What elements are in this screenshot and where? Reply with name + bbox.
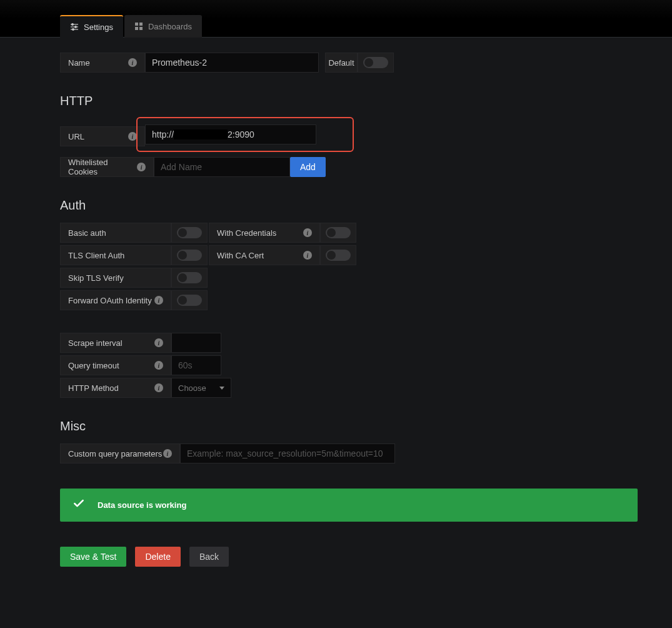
scrape-input-wrap — [171, 333, 221, 353]
info-icon[interactable]: i — [154, 361, 163, 370]
svg-point-3 — [72, 24, 74, 26]
query-timeout-label: Query timeout i — [60, 355, 171, 375]
basic-auth-row: Basic auth With Credentials i — [60, 223, 672, 243]
with-credentials-text: With Credentials — [217, 228, 276, 238]
custom-params-label: Custom query parameters i — [60, 443, 180, 463]
basic-auth-toggle-wrap — [171, 223, 208, 243]
info-icon[interactable]: i — [128, 58, 137, 67]
alert-message: Data source is working — [98, 500, 186, 510]
tls-client-toggle[interactable] — [177, 250, 202, 261]
skip-tls-label: Skip TLS Verify — [60, 268, 171, 288]
url-redacted — [174, 129, 228, 139]
forward-oauth-toggle[interactable] — [177, 295, 202, 306]
forward-oauth-label: Forward OAuth Identity i — [60, 290, 171, 310]
back-button[interactable]: Back — [189, 547, 229, 567]
svg-rect-8 — [135, 27, 138, 30]
tls-client-toggle-wrap — [171, 245, 208, 265]
http-method-text: HTTP Method — [68, 383, 119, 393]
info-icon[interactable]: i — [154, 296, 163, 305]
info-icon[interactable]: i — [154, 383, 163, 392]
info-icon[interactable]: i — [128, 132, 137, 141]
with-ca-cert-toggle[interactable] — [326, 250, 351, 261]
add-button[interactable]: Add — [290, 157, 326, 177]
http-method-select[interactable]: Choose — [171, 378, 231, 398]
scrape-label: Scrape interval i — [60, 333, 171, 353]
svg-rect-6 — [135, 23, 138, 26]
url-label-cell: URL i — [60, 126, 145, 146]
http-method-value: Choose — [178, 383, 206, 393]
url-row: URL i http:// 2:9090 — [60, 118, 672, 154]
svg-point-5 — [73, 29, 74, 31]
svg-rect-9 — [139, 27, 143, 30]
with-ca-cert-label: With CA Cert i — [209, 245, 320, 265]
info-icon[interactable]: i — [303, 251, 312, 260]
save-test-button[interactable]: Save & Test — [60, 547, 126, 567]
http-method-label: HTTP Method i — [60, 378, 171, 398]
custom-params-text: Custom query parameters — [68, 449, 162, 458]
url-value-prefix[interactable]: http:// — [152, 129, 174, 139]
name-label-cell: Name i — [60, 53, 145, 73]
tab-dashboards-label: Dashboards — [148, 22, 192, 31]
custom-params-input[interactable] — [187, 448, 388, 458]
check-icon — [73, 497, 85, 513]
with-credentials-toggle-wrap — [320, 223, 356, 243]
sliders-icon — [70, 23, 79, 31]
cookies-label-cell: Whitelisted Cookies i — [60, 157, 154, 177]
grid-icon — [134, 22, 143, 31]
tab-dashboards[interactable]: Dashboards — [124, 15, 202, 38]
name-row: Name i Default — [60, 53, 672, 73]
custom-params-input-wrap — [180, 443, 395, 463]
http-method-row: HTTP Method i Choose — [60, 378, 672, 398]
basic-auth-label: Basic auth — [60, 223, 171, 243]
auth-section-title: Auth — [60, 198, 672, 213]
default-label-cell: Default — [325, 53, 358, 73]
misc-section-title: Misc — [60, 419, 672, 433]
basic-auth-toggle[interactable] — [177, 227, 202, 238]
svg-point-4 — [75, 26, 77, 28]
with-credentials-toggle[interactable] — [326, 227, 351, 238]
with-credentials-label: With Credentials i — [209, 223, 320, 243]
url-highlight: http:// 2:9090 — [136, 117, 354, 152]
forward-oauth-row: Forward OAuth Identity i — [60, 290, 672, 310]
tab-settings[interactable]: Settings — [60, 15, 123, 38]
skip-tls-toggle-wrap — [171, 268, 208, 288]
tab-settings-label: Settings — [84, 23, 113, 32]
info-icon[interactable]: i — [303, 228, 312, 237]
query-timeout-text: Query timeout — [68, 361, 119, 370]
info-icon[interactable]: i — [163, 449, 172, 458]
cookies-input-wrap — [154, 157, 290, 177]
skip-tls-text: Skip TLS Verify — [68, 273, 124, 283]
skip-tls-row: Skip TLS Verify — [60, 268, 672, 288]
cookies-label: Whitelisted Cookies — [68, 158, 137, 176]
info-icon[interactable]: i — [137, 163, 146, 171]
query-timeout-row: Query timeout i — [60, 355, 672, 375]
tls-client-label: TLS Client Auth — [60, 245, 171, 265]
query-timeout-input-wrap — [171, 355, 221, 375]
url-label: URL — [68, 132, 84, 141]
query-timeout-input[interactable] — [178, 360, 214, 370]
chevron-down-icon — [219, 387, 224, 390]
form-content: Name i Default HTTP URL i http:// 2:9090 — [0, 38, 672, 567]
scrape-input[interactable] — [178, 338, 214, 348]
scrape-row: Scrape interval i — [60, 333, 672, 353]
default-label: Default — [328, 58, 354, 68]
http-section-title: HTTP — [60, 94, 672, 108]
cookies-input[interactable] — [161, 162, 283, 172]
svg-rect-7 — [139, 23, 143, 26]
success-alert: Data source is working — [60, 489, 638, 522]
forward-oauth-text: Forward OAuth Identity — [68, 296, 152, 305]
with-ca-cert-text: With CA Cert — [217, 251, 264, 260]
basic-auth-text: Basic auth — [68, 228, 106, 238]
delete-button[interactable]: Delete — [135, 547, 180, 567]
footer-buttons: Save & Test Delete Back — [60, 547, 672, 567]
scrape-text: Scrape interval — [68, 338, 123, 348]
default-toggle-wrap — [358, 53, 394, 73]
skip-tls-toggle[interactable] — [177, 272, 202, 283]
name-input[interactable] — [152, 58, 312, 68]
custom-params-row: Custom query parameters i — [60, 443, 672, 463]
url-input-wrap: http:// 2:9090 — [145, 124, 316, 144]
url-value-suffix[interactable]: 2:9090 — [228, 129, 254, 139]
tls-client-row: TLS Client Auth With CA Cert i — [60, 245, 672, 265]
info-icon[interactable]: i — [154, 338, 163, 347]
default-toggle[interactable] — [363, 57, 388, 68]
